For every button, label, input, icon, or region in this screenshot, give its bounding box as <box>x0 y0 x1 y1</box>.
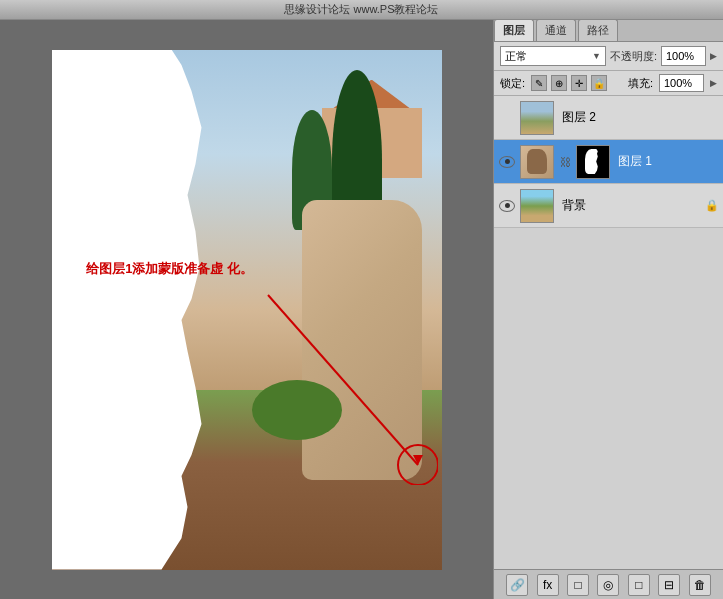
panel-tabs: 图层 通道 路径 <box>494 20 723 42</box>
layers-list: 图层 2 ⛓ <box>494 96 723 569</box>
blend-mode-chevron: ▼ <box>592 51 601 61</box>
delete-layer-btn[interactable]: 🗑 <box>689 574 711 596</box>
lock-lock-btn[interactable]: 🔒 <box>591 75 607 91</box>
bush <box>252 380 342 440</box>
layer-item-bg[interactable]: 背景 🔒 <box>494 184 723 228</box>
layer-item-2[interactable]: 图层 2 <box>494 96 723 140</box>
mask-white-shape <box>585 149 601 175</box>
eye-icon-1 <box>499 156 515 168</box>
layer-1-name: 图层 1 <box>614 153 719 170</box>
eye-pupil-1 <box>505 159 510 164</box>
lock-row: 锁定: ✎ ⊕ ✛ 🔒 填充: 100% ▶ <box>494 71 723 96</box>
layers-panel: 图层 通道 路径 正常 ▼ 不透明度: 100% ▶ 锁定: ✎ ⊕ ✛ 🔒 <box>493 20 723 599</box>
layer-link-icon: ⛓ <box>558 156 572 168</box>
link-layers-btn[interactable]: 🔗 <box>506 574 528 596</box>
lock-pixels-btn[interactable]: ✎ <box>531 75 547 91</box>
fill-input[interactable]: 100% <box>659 74 704 92</box>
blend-mode-row: 正常 ▼ 不透明度: 100% ▶ <box>494 42 723 71</box>
layer-2-thumb-image <box>521 102 553 134</box>
layer-1-thumbnail <box>520 145 554 179</box>
title-text: 思缘设计论坛 www.PS教程论坛 <box>284 2 438 17</box>
fx-btn[interactable]: fx <box>537 574 559 596</box>
layer-2-visibility[interactable] <box>498 109 516 127</box>
layer-1-visibility[interactable] <box>498 153 516 171</box>
main-content: 给图层1添加蒙版准备虚 化。 图层 通道 路径 正常 ▼ 不透明度: 100% <box>0 20 723 599</box>
statue <box>302 200 422 480</box>
lock-icons: ✎ ⊕ ✛ 🔒 <box>531 75 607 91</box>
layer-2-thumbnail <box>520 101 554 135</box>
tab-channels[interactable]: 通道 <box>536 20 576 41</box>
tab-paths[interactable]: 路径 <box>578 20 618 41</box>
add-mask-btn[interactable]: □ <box>567 574 589 596</box>
mask-thumb <box>577 146 609 178</box>
lock-position-btn[interactable]: ⊕ <box>551 75 567 91</box>
layer-bg-thumbnail <box>520 189 554 223</box>
opacity-input[interactable]: 100% <box>661 46 706 66</box>
layer-2-name: 图层 2 <box>558 109 719 126</box>
fill-label: 填充: <box>628 76 653 91</box>
blend-mode-select[interactable]: 正常 ▼ <box>500 46 606 66</box>
title-bar: 思缘设计论坛 www.PS教程论坛 <box>0 0 723 20</box>
chain-icon: ⛓ <box>560 156 571 168</box>
lock-label: 锁定: <box>500 76 525 91</box>
layer-1-thumb-image <box>521 146 553 178</box>
layer-1-mask-thumbnail[interactable] <box>576 145 610 179</box>
layer-1-statue-shape <box>527 149 546 175</box>
adjustment-btn[interactable]: ◎ <box>597 574 619 596</box>
fill-chevron: ▶ <box>710 78 717 88</box>
layer-bg-thumb-image <box>521 190 553 222</box>
opacity-chevron: ▶ <box>710 51 717 61</box>
canvas-area: 给图层1添加蒙版准备虚 化。 <box>0 20 493 599</box>
eye-pupil-bg <box>505 203 510 208</box>
opacity-label: 不透明度: <box>610 49 657 64</box>
new-layer-btn[interactable]: ⊟ <box>658 574 680 596</box>
layer-bg-lock: 🔒 <box>705 199 719 212</box>
panel-bottom: 🔗 fx □ ◎ □ ⊟ 🗑 <box>494 569 723 599</box>
lock-all-btn[interactable]: ✛ <box>571 75 587 91</box>
eye-icon-bg <box>499 200 515 212</box>
layer-bg-name: 背景 <box>558 197 701 214</box>
photo-container <box>52 50 442 570</box>
group-btn[interactable]: □ <box>628 574 650 596</box>
layer-item-1[interactable]: ⛓ 图层 1 <box>494 140 723 184</box>
blend-mode-value: 正常 <box>505 49 527 64</box>
layer-bg-visibility[interactable] <box>498 197 516 215</box>
tab-layers[interactable]: 图层 <box>494 20 534 41</box>
